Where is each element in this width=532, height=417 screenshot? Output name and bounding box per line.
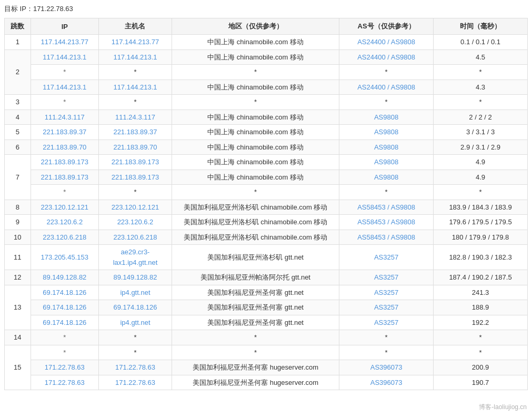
as-link[interactable]: AS3257 <box>374 273 398 281</box>
as-link[interactable]: AS9808 <box>374 113 398 121</box>
as-cell[interactable]: AS9808 <box>339 125 434 140</box>
region-cell: 中国上海 chinamobile.com 移动 <box>172 49 339 65</box>
as-cell: * <box>339 345 434 360</box>
time-cell: 188.9 <box>434 300 528 315</box>
ip-cell: * <box>31 330 98 345</box>
as-cell[interactable]: AS3257 <box>339 270 434 285</box>
as-link[interactable]: AS9808 <box>374 173 398 181</box>
as-cell[interactable]: AS396073 <box>339 375 434 390</box>
ip-link[interactable]: 223.120.6.2 <box>46 218 83 226</box>
hop-number: 2 <box>5 49 31 95</box>
ip-cell[interactable]: 171.22.78.63 <box>31 360 98 375</box>
host-cell: 117.144.213.77 <box>98 35 172 50</box>
ip-cell[interactable]: 221.183.89.37 <box>31 125 98 140</box>
as-cell[interactable]: AS9808 <box>339 140 434 155</box>
as-cell[interactable]: AS24400 / AS9808 <box>339 49 434 65</box>
ip-link[interactable]: 117.144.213.1 <box>43 83 86 91</box>
as-cell[interactable]: AS24400 / AS9808 <box>339 80 434 95</box>
ip-link[interactable]: 171.22.78.63 <box>45 379 85 386</box>
ip-cell[interactable]: 173.205.45.153 <box>31 245 98 270</box>
ip-cell[interactable]: 223.120.6.2 <box>31 215 98 230</box>
ip-cell[interactable]: 221.183.89.173 <box>31 170 98 185</box>
time-cell: 190.7 <box>434 375 528 390</box>
ip-link[interactable]: 221.183.89.70 <box>43 143 86 151</box>
host-cell: * <box>98 330 172 345</box>
ip-cell[interactable]: 69.174.18.126 <box>31 285 98 300</box>
time-cell: * <box>434 95 528 110</box>
as-cell[interactable]: AS58453 / AS9808 <box>339 230 434 245</box>
as-link[interactable]: AS24400 / AS9808 <box>357 83 415 91</box>
as-link[interactable]: AS3257 <box>374 289 398 296</box>
ip-cell[interactable]: 117.144.213.1 <box>31 49 98 65</box>
ip-cell[interactable]: 89.149.128.82 <box>31 270 98 285</box>
ip-cell[interactable]: 221.183.89.173 <box>31 155 98 170</box>
ip-link[interactable]: 223.120.6.218 <box>43 233 86 241</box>
ip-cell[interactable]: 111.24.3.117 <box>31 110 98 125</box>
ip-cell[interactable]: 171.22.78.63 <box>31 375 98 390</box>
hop-number: 10 <box>5 230 31 245</box>
hop-number: 4 <box>5 110 31 125</box>
table-row: 171.22.78.63171.22.78.63美国加利福尼亚州圣何塞 huge… <box>5 360 528 375</box>
ip-link[interactable]: 69.174.18.126 <box>43 303 86 311</box>
as-link[interactable]: AS396073 <box>370 363 403 371</box>
hop-number: 12 <box>5 270 31 285</box>
as-cell[interactable]: AS3257 <box>339 300 434 315</box>
as-link[interactable]: AS24400 / AS9808 <box>357 53 415 61</box>
as-link[interactable]: AS58453 / AS9808 <box>357 233 415 241</box>
table-row: 1289.149.128.8289.149.128.82美国加利福尼亚州帕洛阿尔… <box>5 270 528 285</box>
time-cell: 2.9 / 3.1 / 2.9 <box>434 140 528 155</box>
time-cell: * <box>434 345 528 360</box>
table-row: 4111.24.3.117111.24.3.117中国上海 chinamobil… <box>5 110 528 125</box>
ip-cell[interactable]: 221.183.89.70 <box>31 140 98 155</box>
as-link[interactable]: AS58453 / AS9808 <box>357 218 415 226</box>
as-cell[interactable]: AS396073 <box>339 360 434 375</box>
table-row: 1369.174.18.126ip4.gtt.net美国加利福尼亚州圣何塞 gt… <box>5 285 528 300</box>
host-cell: 223.120.6.2 <box>98 215 172 230</box>
as-link[interactable]: AS396073 <box>370 379 403 386</box>
table-row: ***** <box>5 185 528 200</box>
as-link[interactable]: AS24400 / AS9808 <box>357 38 415 46</box>
ip-link[interactable]: 221.183.89.37 <box>43 128 86 136</box>
as-link[interactable]: AS3257 <box>374 319 398 326</box>
host-cell: 223.120.6.218 <box>98 230 172 245</box>
as-link[interactable]: AS58453 / AS9808 <box>357 203 415 211</box>
time-cell: 241.3 <box>434 285 528 300</box>
as-cell[interactable]: AS58453 / AS9808 <box>339 200 434 215</box>
as-link[interactable]: AS9808 <box>374 128 398 136</box>
as-cell[interactable]: AS9808 <box>339 110 434 125</box>
table-row: 7221.183.89.173221.183.89.173中国上海 chinam… <box>5 155 528 170</box>
col-header-as: AS号（仅供参考） <box>339 18 434 35</box>
as-cell[interactable]: AS9808 <box>339 170 434 185</box>
ip-cell[interactable]: 223.120.6.218 <box>31 230 98 245</box>
as-link[interactable]: AS9808 <box>374 143 398 151</box>
as-cell[interactable]: AS24400 / AS9808 <box>339 35 434 50</box>
as-cell[interactable]: AS3257 <box>339 245 434 270</box>
ip-link[interactable]: 89.149.128.82 <box>43 273 86 281</box>
region-cell: * <box>172 65 339 80</box>
ip-cell[interactable]: 69.174.18.126 <box>31 315 98 330</box>
ip-link[interactable]: 111.24.3.117 <box>45 113 85 121</box>
ip-link[interactable]: 221.183.89.173 <box>41 173 88 181</box>
table-row: 69.174.18.126ip4.gtt.net美国加利福尼亚州圣何塞 gtt.… <box>5 315 528 330</box>
ip-link[interactable]: 223.120.12.121 <box>41 203 88 211</box>
as-cell[interactable]: AS58453 / AS9808 <box>339 215 434 230</box>
as-cell[interactable]: AS3257 <box>339 315 434 330</box>
ip-link[interactable]: 173.205.45.153 <box>41 253 88 261</box>
as-cell[interactable]: AS9808 <box>339 155 434 170</box>
ip-cell[interactable]: 223.120.12.121 <box>31 200 98 215</box>
ip-link[interactable]: 171.22.78.63 <box>45 363 85 371</box>
ip-link[interactable]: 69.174.18.126 <box>43 289 86 296</box>
ip-cell[interactable]: 117.144.213.77 <box>31 35 98 50</box>
as-cell: * <box>339 65 434 80</box>
ip-cell[interactable]: 69.174.18.126 <box>31 300 98 315</box>
as-link[interactable]: AS9808 <box>374 158 398 166</box>
ip-link[interactable]: 117.144.213.1 <box>43 53 86 61</box>
ip-link[interactable]: 69.174.18.126 <box>43 319 86 326</box>
ip-cell[interactable]: 117.144.213.1 <box>31 80 98 95</box>
ip-link[interactable]: 221.183.89.173 <box>41 158 88 166</box>
as-link[interactable]: AS3257 <box>374 303 398 311</box>
region-cell: 美国加利福尼亚州圣何塞 gtt.net <box>172 285 339 300</box>
as-link[interactable]: AS3257 <box>374 253 398 261</box>
ip-link[interactable]: 117.144.213.77 <box>41 38 88 46</box>
as-cell[interactable]: AS3257 <box>339 285 434 300</box>
